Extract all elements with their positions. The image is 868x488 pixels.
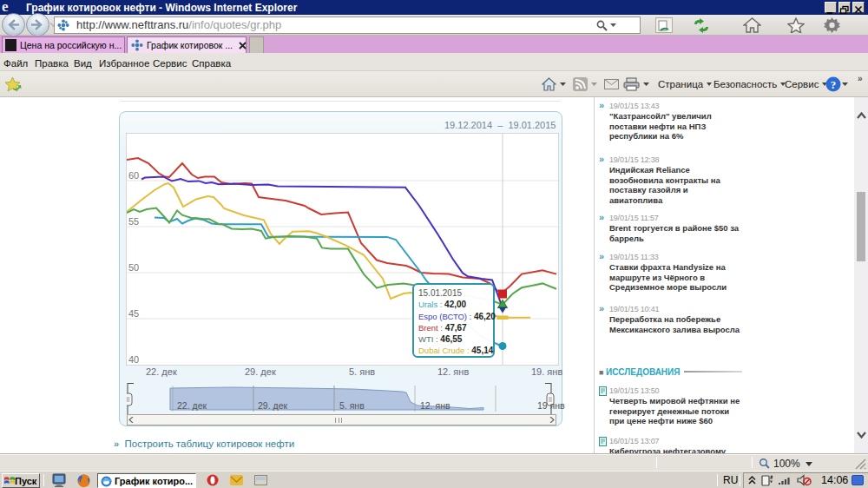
- svg-text:?: ?: [831, 78, 837, 91]
- svg-text:e: e: [2, 0, 9, 14]
